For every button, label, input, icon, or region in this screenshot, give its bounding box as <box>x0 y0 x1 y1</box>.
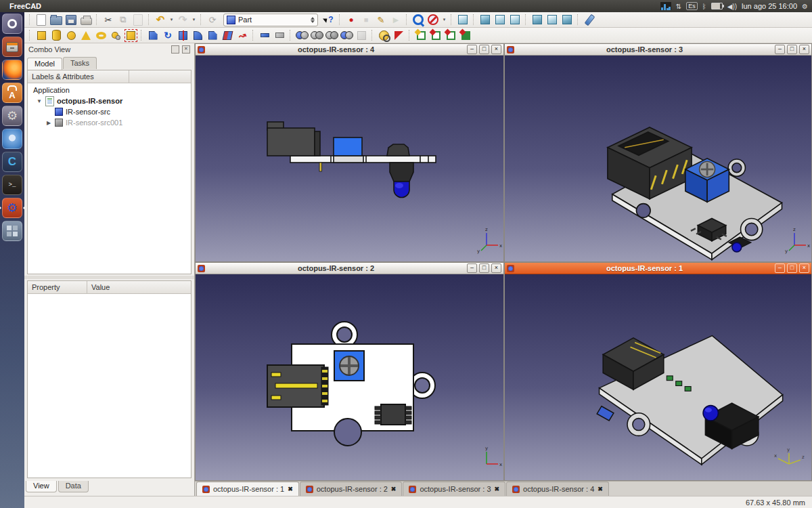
toolbar-handle[interactable] <box>29 14 31 25</box>
launcher-code-app[interactable]: C <box>2 152 22 172</box>
minimize-button[interactable]: – <box>467 263 477 273</box>
undo-dropdown-icon[interactable]: ▾ <box>168 13 175 26</box>
system-monitor-icon[interactable] <box>660 2 671 10</box>
window-tab-4[interactable]: octopus-IR-sensor : 4 ✖ <box>506 482 609 496</box>
window-titlebar[interactable]: octopus-IR-sensor : 4 – □ × <box>196 44 503 56</box>
mirror-icon[interactable] <box>176 28 189 42</box>
tab-close-icon[interactable]: ✖ <box>495 486 500 492</box>
macro-edit-icon[interactable]: ✎ <box>374 13 388 26</box>
part-torus-icon[interactable] <box>94 28 108 42</box>
tab-view[interactable]: View <box>26 481 57 492</box>
tab-tasks[interactable]: Tasks <box>63 57 97 69</box>
tree-item-application[interactable]: Application <box>28 85 191 96</box>
new-document-icon[interactable] <box>35 13 48 26</box>
keyboard-layout-indicator[interactable]: Es <box>686 2 698 10</box>
draw-style-icon[interactable] <box>426 13 440 26</box>
chamfer-icon[interactable] <box>206 28 219 42</box>
launcher-terminal[interactable]: >_ <box>2 175 22 195</box>
sketch-view-icon[interactable] <box>459 28 472 42</box>
whatsthis-icon[interactable]: ? <box>322 13 336 26</box>
window-titlebar[interactable]: octopus-IR-sensor : 3 – □ × <box>505 44 811 56</box>
sketch-new-icon[interactable] <box>414 28 428 42</box>
part-box-icon[interactable] <box>35 28 48 42</box>
view-rear-icon[interactable] <box>531 13 544 26</box>
boolean-union-icon[interactable] <box>295 28 309 42</box>
extrude-icon[interactable] <box>146 28 160 42</box>
defeaturing-icon[interactable] <box>392 28 405 42</box>
expand-closed-icon[interactable]: ▶ <box>45 120 52 126</box>
macro-record-icon[interactable]: ● <box>344 13 358 26</box>
3d-canvas-isometric-top[interactable]: z y x <box>505 56 811 261</box>
sketch-map-icon[interactable] <box>444 28 457 42</box>
maximize-button[interactable]: □ <box>787 263 797 273</box>
sweep-icon[interactable]: ↝ <box>233 26 251 44</box>
boolean-common-icon[interactable] <box>310 28 323 42</box>
close-button[interactable]: × <box>799 263 809 273</box>
expand-open-icon[interactable]: ▼ <box>36 98 43 104</box>
cut-icon[interactable]: ✂ <box>102 13 115 26</box>
macro-play-icon[interactable]: ▶ <box>389 13 403 26</box>
fillet-icon[interactable] <box>191 28 204 42</box>
minimize-button[interactable]: – <box>775 45 785 54</box>
part-sphere-icon[interactable] <box>64 28 78 42</box>
maximize-button[interactable]: □ <box>479 263 489 273</box>
compound-icon[interactable] <box>355 28 368 42</box>
close-button[interactable]: × <box>491 263 501 273</box>
3d-canvas-top-view[interactable]: y x <box>196 274 503 480</box>
launcher-ubuntu-dash[interactable] <box>2 14 22 34</box>
view-front-icon[interactable] <box>478 13 492 26</box>
panel-splitter[interactable] <box>24 276 194 279</box>
macro-stop-icon[interactable]: ■ <box>359 13 373 26</box>
network-updown-icon[interactable]: ⇅ <box>676 3 681 10</box>
undo-icon[interactable]: ↶ <box>154 13 167 26</box>
loft-icon[interactable] <box>258 28 271 42</box>
workbench-selector[interactable]: Part <box>223 14 318 26</box>
tree-item-ir-sensor-src[interactable]: IR-sensor-src <box>28 106 191 117</box>
copy-icon[interactable]: ⧉ <box>116 13 130 26</box>
bluetooth-icon[interactable]: ᛒ <box>702 3 706 10</box>
close-button[interactable]: × <box>491 45 501 54</box>
maximize-button[interactable]: □ <box>787 45 797 54</box>
open-document-icon[interactable] <box>49 13 63 26</box>
launcher-freecad[interactable]: ⚙ <box>2 198 22 218</box>
view-top-icon[interactable] <box>493 13 507 26</box>
tab-close-icon[interactable]: ✖ <box>597 486 603 492</box>
close-button[interactable]: × <box>799 45 809 54</box>
fit-all-icon[interactable] <box>411 13 425 26</box>
value-column[interactable]: Value <box>87 281 191 293</box>
part-cylinder-icon[interactable] <box>49 28 63 42</box>
revolve-icon[interactable]: ↻ <box>161 28 175 42</box>
part-cone-icon[interactable] <box>79 28 93 42</box>
save-icon[interactable] <box>64 13 78 26</box>
launcher-chromium[interactable] <box>2 129 22 149</box>
view-left-icon[interactable] <box>560 13 574 26</box>
redo-icon[interactable]: ↷ <box>176 13 189 26</box>
ruled-surface-icon[interactable] <box>221 28 234 42</box>
toolbar-handle[interactable] <box>29 30 31 41</box>
tree-item-ir-sensor-src001[interactable]: ▶ IR-sensor-src001 <box>28 117 191 128</box>
session-gear-icon[interactable]: ⚙ <box>802 3 808 10</box>
3d-canvas-side-view[interactable]: z y x <box>196 56 503 261</box>
clock[interactable]: lun ago 25 16:00 <box>742 2 797 10</box>
tab-close-icon[interactable]: ✖ <box>391 486 397 492</box>
launcher-workspace-switcher[interactable] <box>2 221 22 241</box>
tree-item-document[interactable]: ▼ octopus-IR-sensor <box>28 96 191 106</box>
section-icon[interactable] <box>273 28 286 42</box>
maximize-button[interactable]: □ <box>479 45 489 54</box>
sketch-edit-icon[interactable] <box>429 28 443 42</box>
window-tab-3[interactable]: octopus-IR-sensor : 3 ✖ <box>403 482 505 496</box>
panel-close-button[interactable]: ✕ <box>182 45 190 54</box>
boolean-section-icon[interactable] <box>340 28 353 42</box>
measure-icon[interactable] <box>583 13 596 26</box>
check-geometry-icon[interactable] <box>377 28 390 42</box>
boolean-cut-icon[interactable] <box>325 28 338 42</box>
minimize-button[interactable]: – <box>467 45 477 54</box>
property-column[interactable]: Property <box>28 281 87 293</box>
window-titlebar[interactable]: octopus-IR-sensor : 2 – □ × <box>196 263 503 274</box>
view-axonometric-icon[interactable] <box>456 13 470 26</box>
tab-data[interactable]: Data <box>58 481 89 492</box>
launcher-firefox[interactable] <box>2 60 22 80</box>
panel-float-button[interactable] <box>171 45 179 54</box>
draw-style-dropdown-icon[interactable]: ▾ <box>441 13 447 26</box>
view-bottom-icon[interactable] <box>545 13 559 26</box>
